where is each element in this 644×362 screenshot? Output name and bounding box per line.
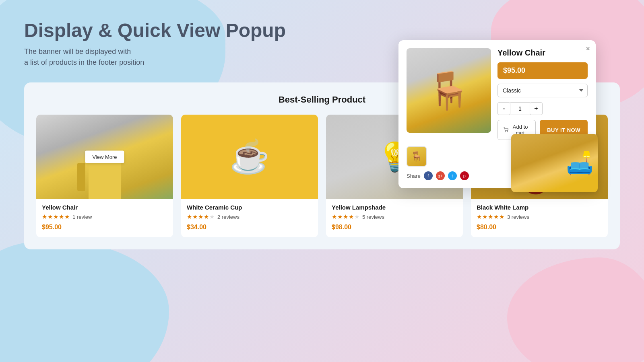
quantity-minus-button[interactable]: - <box>497 102 510 115</box>
popup-main-image: 🪑 <box>407 48 491 133</box>
coffee-cup-image <box>181 115 318 199</box>
popup-variant-select[interactable]: Classic Modern <box>497 84 588 97</box>
share-facebook-icon[interactable]: f <box>424 171 433 180</box>
product-image-yellow-chair: View More <box>36 115 173 199</box>
popup-details: Yellow Chair $95.00 Classic Modern - 1 +… <box>497 48 588 140</box>
bg-blob-pink2 <box>507 257 644 362</box>
thumb-image-1: 🪑 <box>407 147 426 166</box>
product-price-white-ceramic-cup: $34.00 <box>187 224 312 231</box>
product-info-yellow-chair: Yellow Chair ★★★★★ 1 review $95.00 <box>36 199 173 237</box>
popup-thumb-1[interactable]: 🪑 <box>407 146 427 167</box>
popup-product-title: Yellow Chair <box>497 48 588 58</box>
product-info-yellow-lampshade: Yellow Lampshade ★★★★★ 5 reviews $98.00 <box>326 199 463 237</box>
stars-black-white-lamp: ★★★★★ <box>477 213 505 220</box>
cart-icon <box>504 127 508 133</box>
review-count-yellow-chair: 1 review <box>72 214 92 220</box>
view-more-button-yellow-chair[interactable]: View More <box>85 151 124 163</box>
product-card-white-ceramic-cup[interactable]: White Ceramic Cup ★★★★★ 2 reviews $34.00 <box>181 115 318 237</box>
popup-thumbnails: 🪑 <box>407 146 427 167</box>
quantity-plus-button[interactable]: + <box>530 102 543 115</box>
stars-row-yellow-lampshade: ★★★★★ 5 reviews <box>332 213 457 220</box>
stars-yellow-lampshade: ★★★★★ <box>332 213 360 220</box>
share-googleplus-icon[interactable]: g+ <box>436 171 445 180</box>
product-image-white-ceramic-cup <box>181 115 318 199</box>
popup-close-button[interactable]: × <box>586 45 590 52</box>
popup-top-section: 🪑 Yellow Chair $95.00 Classic Modern - 1… <box>407 48 588 140</box>
popup-quantity-row: - 1 + <box>497 102 588 115</box>
stars-row-yellow-chair: ★★★★★ 1 review <box>42 213 167 220</box>
page-title: Display & Quick View Popup <box>24 19 620 41</box>
product-info-black-white-lamp: Black White Lamp ★★★★★ 3 reviews $80.00 <box>471 199 608 237</box>
product-name-yellow-chair: Yellow Chair <box>42 204 167 211</box>
quick-view-popup: × 🪑 Yellow Chair $95.00 Classic Modern -… <box>398 40 596 188</box>
stars-row-white-ceramic-cup: ★★★★★ 2 reviews <box>187 213 312 220</box>
product-info-white-ceramic-cup: White Ceramic Cup ★★★★★ 2 reviews $34.00 <box>181 199 318 237</box>
stars-yellow-chair: ★★★★★ <box>42 213 70 220</box>
bg-blob-blue2 <box>0 241 169 362</box>
share-pinterest-icon[interactable]: p <box>460 171 469 180</box>
review-count-black-white-lamp: 3 reviews <box>507 214 529 220</box>
product-name-white-ceramic-cup: White Ceramic Cup <box>187 204 312 211</box>
product-name-black-white-lamp: Black White Lamp <box>477 204 602 211</box>
popup-price-bar: $95.00 <box>497 62 588 79</box>
popup-bottom-image: 🛋️ <box>511 134 598 192</box>
stars-row-black-white-lamp: ★★★★★ 3 reviews <box>477 213 602 220</box>
product-card-yellow-chair[interactable]: View More Yellow Chair ★★★★★ 1 review $9… <box>36 115 173 237</box>
product-price-yellow-chair: $95.00 <box>42 224 167 231</box>
product-name-yellow-lampshade: Yellow Lampshade <box>332 204 457 211</box>
share-twitter-icon[interactable]: t <box>448 171 457 180</box>
review-count-white-ceramic-cup: 2 reviews <box>217 214 239 220</box>
chair-emoji: 🪑 <box>426 70 471 112</box>
product-price-yellow-lampshade: $98.00 <box>332 224 457 231</box>
popup-chair-visual: 🪑 <box>407 48 491 133</box>
review-count-yellow-lampshade: 5 reviews <box>362 214 384 220</box>
quantity-value: 1 <box>510 102 530 115</box>
product-price-black-white-lamp: $80.00 <box>477 224 602 231</box>
popup-bottom-img-content: 🛋️ <box>511 134 598 192</box>
svg-point-1 <box>508 132 508 132</box>
stars-white-ceramic-cup: ★★★★★ <box>187 213 215 220</box>
svg-point-0 <box>505 132 506 132</box>
bottom-image-visual: 🛋️ <box>566 150 594 176</box>
